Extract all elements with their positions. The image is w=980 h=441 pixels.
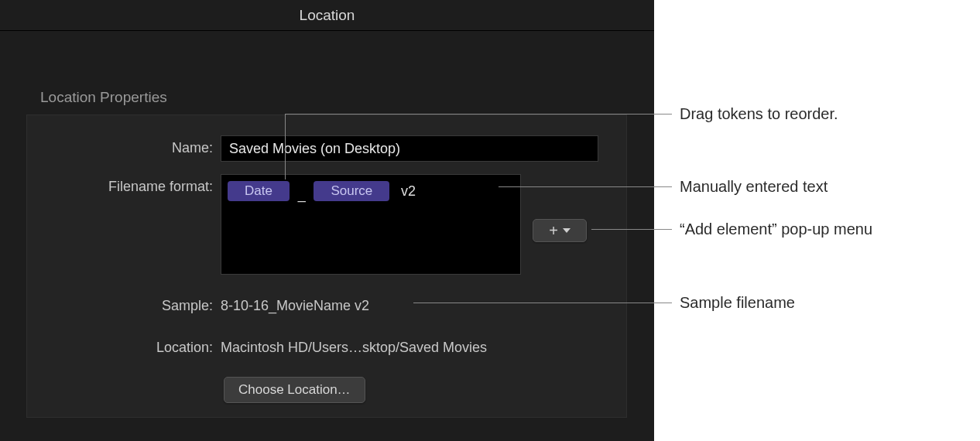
section-title: Location Properties [40,89,167,106]
plus-icon: + [549,223,558,238]
callout-manual: Manually entered text [680,178,828,196]
callout-sample: Sample filename [680,294,795,312]
add-element-button[interactable]: + [533,219,587,242]
properties-box: Name: Filename format: Date _ Source v2 … [26,115,627,418]
filename-format-label: Filename format: [43,174,221,195]
callout-reorder: Drag tokens to reorder. [680,105,838,123]
callout-connector [413,303,672,303]
sample-label: Sample: [43,293,221,314]
sample-value: 8-10-16_MovieName v2 [221,293,369,314]
token-source[interactable]: Source [314,181,389,201]
location-panel: Location Location Properties Name: Filen… [0,0,654,441]
panel-header: Location [0,0,654,31]
token-date[interactable]: Date [228,181,290,201]
panel-title: Location [300,7,355,24]
callout-connector [591,229,672,230]
manual-text[interactable]: v2 [401,183,416,200]
name-input[interactable] [221,135,598,162]
filename-format-field[interactable]: Date _ Source v2 [221,174,521,275]
location-value: Macintosh HD/Users…sktop/Saved Movies [221,335,487,356]
choose-location-button[interactable]: Choose Location… [224,377,365,403]
token-separator[interactable]: _ [298,186,306,203]
location-label: Location: [43,335,221,356]
name-label: Name: [43,135,221,156]
callout-connector [285,114,672,115]
callout-add-menu: “Add element” pop-up menu [680,220,872,238]
chevron-down-icon [563,228,571,233]
callout-connector [285,114,286,179]
callout-connector [499,186,672,187]
